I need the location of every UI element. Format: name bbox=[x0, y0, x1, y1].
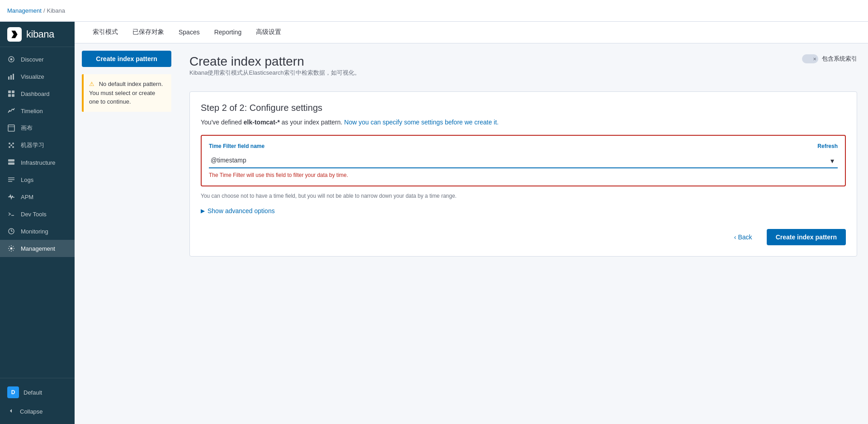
breadcrumb-management[interactable]: Management bbox=[7, 7, 42, 14]
svg-rect-3 bbox=[10, 75, 12, 80]
apm-icon bbox=[7, 193, 15, 201]
infrastructure-icon bbox=[7, 158, 15, 167]
sidebar-item-apm-label: APM bbox=[21, 194, 33, 200]
time-filter-select[interactable]: @timestamp bbox=[209, 153, 838, 168]
svg-rect-9 bbox=[8, 125, 14, 131]
top-bar: Management / Kibana bbox=[0, 0, 868, 22]
collapse-icon bbox=[7, 407, 14, 416]
svg-point-15 bbox=[10, 144, 12, 146]
toggle-x-icon: ✕ bbox=[813, 57, 816, 62]
warning-icon: ⚠ bbox=[89, 81, 94, 87]
svg-rect-7 bbox=[8, 94, 11, 97]
devtools-icon bbox=[7, 210, 15, 218]
tab-spaces[interactable]: Spaces bbox=[171, 22, 207, 43]
sidebar-logo: kibana bbox=[0, 22, 75, 47]
sidebar: kibana Discover Visualize Dashboard bbox=[0, 22, 75, 424]
warning-text: No default index pattern. You must selec… bbox=[89, 81, 163, 105]
sidebar-item-infrastructure[interactable]: Infrastructure bbox=[0, 154, 75, 171]
svg-point-12 bbox=[12, 143, 14, 144]
breadcrumb-sep: / bbox=[43, 7, 45, 14]
time-filter-hint: The Time Filter will use this field to f… bbox=[209, 172, 838, 178]
svg-rect-6 bbox=[12, 91, 14, 93]
page-subtitle: Kibana使用索引模式从Elasticsearch索引中检索数据，如可视化。 bbox=[189, 69, 360, 77]
page-header: Create index pattern Kibana使用索引模式从Elasti… bbox=[189, 54, 857, 88]
sidebar-item-canvas-label: 画布 bbox=[21, 124, 33, 132]
logs-icon bbox=[7, 176, 15, 184]
sidebar-user[interactable]: D Default bbox=[0, 382, 75, 403]
sidebar-item-visualize-label: Visualize bbox=[21, 73, 44, 80]
page-content: Create index pattern ⚠ No default index … bbox=[75, 43, 868, 424]
include-system-toggle[interactable]: ✕ bbox=[802, 54, 818, 63]
collapse-label: Collapse bbox=[20, 408, 43, 415]
ml-icon bbox=[7, 141, 15, 149]
management-icon bbox=[7, 244, 15, 252]
sidebar-item-devtools[interactable]: Dev Tools bbox=[0, 205, 75, 223]
sidebar-item-ml[interactable]: 机器学习 bbox=[0, 137, 75, 154]
sidebar-bottom: D Default Collapse bbox=[0, 378, 75, 424]
content-area: 索引模式 已保存对象 Spaces Reporting 高级设置 Create … bbox=[75, 22, 868, 424]
time-filter-label: Time Filter field name bbox=[209, 143, 264, 149]
sidebar-item-infrastructure-label: Infrastructure bbox=[21, 159, 56, 166]
back-chevron-icon: ‹ bbox=[734, 233, 736, 241]
left-panel: Create index pattern ⚠ No default index … bbox=[75, 43, 179, 424]
svg-point-11 bbox=[9, 143, 10, 144]
tab-reporting[interactable]: Reporting bbox=[207, 22, 249, 43]
show-advanced-options[interactable]: ▶ Show advanced options bbox=[201, 207, 846, 214]
time-filter-refresh-link[interactable]: Refresh bbox=[817, 143, 838, 149]
page-title: Create index pattern bbox=[189, 54, 360, 69]
sidebar-item-discover[interactable]: Discover bbox=[0, 51, 75, 68]
sidebar-item-monitoring-label: Monitoring bbox=[21, 228, 48, 235]
sidebar-item-timelion[interactable]: Timelion bbox=[0, 102, 75, 119]
create-index-pattern-button[interactable]: Create index pattern bbox=[767, 229, 846, 245]
tab-advanced-settings[interactable]: 高级设置 bbox=[249, 22, 288, 43]
discover-icon bbox=[7, 55, 15, 63]
svg-point-13 bbox=[9, 146, 10, 148]
sidebar-item-canvas[interactable]: 画布 bbox=[0, 119, 75, 137]
svg-rect-4 bbox=[13, 74, 14, 80]
sidebar-item-management-label: Management bbox=[21, 245, 55, 252]
sidebar-item-visualize[interactable]: Visualize bbox=[0, 68, 75, 85]
svg-rect-16 bbox=[8, 159, 14, 162]
sidebar-item-discover-label: Discover bbox=[21, 56, 44, 63]
main-layout: kibana Discover Visualize Dashboard bbox=[0, 22, 868, 424]
dashboard-icon bbox=[7, 90, 15, 98]
user-label: Default bbox=[24, 389, 42, 396]
toggle-label: 包含系统索引 bbox=[822, 55, 857, 63]
sidebar-item-ml-label: 机器学习 bbox=[21, 141, 44, 149]
sidebar-item-monitoring[interactable]: Monitoring bbox=[0, 223, 75, 240]
time-filter-note: You can choose not to have a time field,… bbox=[201, 192, 846, 200]
step-desc-prefix: You've defined bbox=[201, 119, 244, 126]
sidebar-item-logs-label: Logs bbox=[21, 176, 33, 183]
sidebar-collapse-button[interactable]: Collapse bbox=[0, 403, 75, 420]
user-avatar: D bbox=[7, 386, 19, 398]
sidebar-item-timelion-label: Timelion bbox=[21, 108, 43, 114]
svg-point-25 bbox=[10, 248, 13, 250]
step-desc-link[interactable]: Now you can specify some settings before… bbox=[344, 119, 499, 126]
back-button-label: Back bbox=[738, 233, 752, 241]
config-card: Step 2 of 2: Configure settings You've d… bbox=[189, 91, 857, 257]
sidebar-item-dashboard-label: Dashboard bbox=[21, 91, 50, 97]
canvas-icon bbox=[7, 124, 15, 132]
monitoring-icon bbox=[7, 227, 15, 235]
tab-bar: 索引模式 已保存对象 Spaces Reporting 高级设置 bbox=[75, 22, 868, 43]
main-panel: Create index pattern Kibana使用索引模式从Elasti… bbox=[179, 43, 868, 424]
kibana-logo-text: kibana bbox=[26, 29, 54, 40]
step-desc-pattern: elk-tomcat-* bbox=[244, 119, 280, 126]
back-button[interactable]: ‹ Back bbox=[727, 229, 760, 245]
step-desc-middle: as your index pattern. bbox=[280, 119, 344, 126]
sidebar-item-apm[interactable]: APM bbox=[0, 188, 75, 205]
svg-rect-5 bbox=[8, 91, 11, 93]
warning-box: ⚠ No default index pattern. You must sel… bbox=[82, 74, 171, 112]
svg-point-1 bbox=[10, 58, 13, 61]
tab-index-patterns[interactable]: 索引模式 bbox=[85, 22, 125, 43]
chevron-right-icon: ▶ bbox=[201, 208, 205, 214]
sidebar-item-dashboard[interactable]: Dashboard bbox=[0, 85, 75, 102]
time-filter-box: Time Filter field name Refresh @timestam… bbox=[201, 135, 846, 186]
show-advanced-label: Show advanced options bbox=[208, 207, 275, 214]
card-actions: ‹ Back Create index pattern bbox=[201, 229, 846, 245]
sidebar-item-logs[interactable]: Logs bbox=[0, 171, 75, 188]
svg-point-14 bbox=[12, 146, 14, 148]
tab-saved-objects[interactable]: 已保存对象 bbox=[125, 22, 171, 43]
create-index-pattern-sidebar-button[interactable]: Create index pattern bbox=[82, 51, 171, 67]
sidebar-item-management[interactable]: Management bbox=[0, 240, 75, 257]
